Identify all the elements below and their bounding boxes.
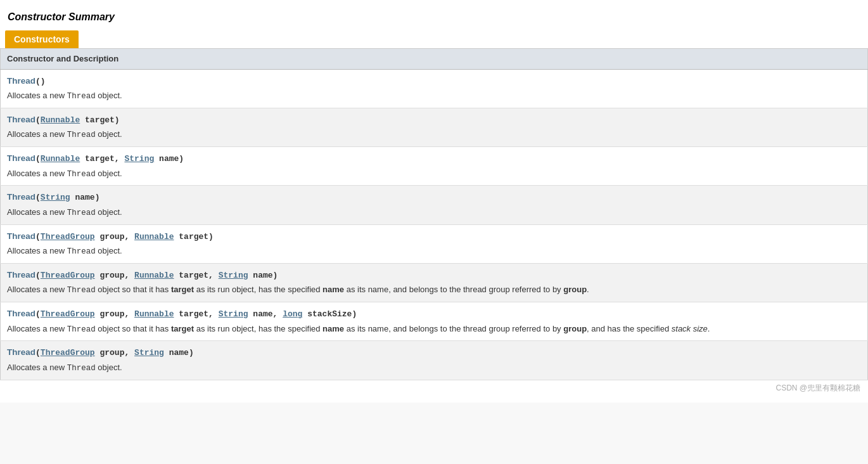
- param-type-link[interactable]: ThreadGroup: [41, 271, 95, 280]
- constructor-signature: Thread(ThreadGroup group, Runnable targe…: [7, 307, 861, 321]
- section-title: Constructor Summary: [0, 6, 868, 30]
- param-type-link[interactable]: Runnable: [41, 115, 80, 125]
- watermark: CSDN @兜里有颗棉花糖: [0, 380, 868, 396]
- table-header-cell: Constructor and Description: [1, 49, 868, 70]
- constructor-name-link[interactable]: Thread: [7, 76, 35, 86]
- param-name: name: [154, 154, 179, 164]
- param-name: group: [95, 271, 125, 280]
- constructor-name-link[interactable]: Thread: [7, 231, 35, 241]
- constructor-signature: Thread(): [7, 75, 861, 88]
- constructor-cell: Thread(ThreadGroup group, String name)Al…: [1, 341, 868, 380]
- param-name: group: [95, 309, 125, 319]
- table-row: Thread()Allocates a new Thread object.: [1, 69, 868, 108]
- param-type-link[interactable]: ThreadGroup: [41, 348, 95, 358]
- constructor-description: Allocates a new Thread object so that it…: [7, 323, 861, 336]
- table-row: Thread(String name)Allocates a new Threa…: [1, 186, 868, 224]
- table-row: Thread(ThreadGroup group, Runnable targe…: [1, 263, 868, 302]
- constructor-cell: Thread(ThreadGroup group, Runnable targe…: [1, 302, 868, 341]
- param-name: target: [174, 309, 209, 319]
- page-wrapper: Constructor Summary Constructors Constru…: [0, 0, 868, 403]
- param-name: name: [164, 348, 189, 358]
- constructor-summary-table: Constructor and Description Thread()Allo…: [0, 48, 868, 380]
- constructor-description: Allocates a new Thread object.: [7, 245, 861, 258]
- param-name: name: [70, 193, 95, 202]
- constructor-name-link[interactable]: Thread: [7, 115, 35, 124]
- constructor-description: Allocates a new Thread object.: [7, 167, 861, 181]
- param-type-link[interactable]: ThreadGroup: [41, 232, 95, 242]
- constructor-name-link[interactable]: Thread: [7, 153, 35, 163]
- param-type-link[interactable]: Runnable: [134, 271, 174, 280]
- constructor-signature: Thread(String name): [7, 191, 861, 204]
- tab-row: Constructors: [0, 30, 868, 48]
- constructor-signature: Thread(ThreadGroup group, Runnable targe…: [7, 269, 861, 282]
- constructor-cell: Thread(String name)Allocates a new Threa…: [1, 186, 868, 224]
- param-name: target: [80, 115, 115, 125]
- constructor-name-link[interactable]: Thread: [7, 347, 35, 357]
- table-header-row: Constructor and Description: [1, 49, 868, 70]
- constructor-description: Allocates a new Thread object so that it…: [7, 283, 861, 297]
- constructors-tab[interactable]: Constructors: [5, 30, 79, 48]
- constructor-tbody: Thread()Allocates a new Thread object.Th…: [1, 69, 868, 380]
- param-type-link[interactable]: ThreadGroup: [41, 309, 95, 319]
- param-type-link[interactable]: String: [219, 309, 248, 319]
- constructor-name-link[interactable]: Thread: [7, 309, 35, 318]
- constructor-description: Allocates a new Thread object.: [7, 361, 861, 375]
- constructor-cell: Thread(ThreadGroup group, Runnable targe…: [1, 224, 868, 263]
- constructor-description: Allocates a new Thread object.: [7, 206, 861, 219]
- param-type-link[interactable]: Runnable: [41, 154, 80, 164]
- constructor-signature: Thread(ThreadGroup group, String name): [7, 346, 861, 359]
- param-type-link[interactable]: String: [219, 271, 248, 280]
- table-row: Thread(Runnable target)Allocates a new T…: [1, 108, 868, 146]
- constructor-name-link[interactable]: Thread: [7, 270, 35, 280]
- constructor-cell: Thread(Runnable target)Allocates a new T…: [1, 108, 868, 146]
- constructor-description: Allocates a new Thread object.: [7, 128, 861, 141]
- table-row: Thread(ThreadGroup group, String name)Al…: [1, 341, 868, 380]
- constructor-signature: Thread(Runnable target, String name): [7, 152, 861, 165]
- param-type-link[interactable]: Runnable: [134, 232, 174, 242]
- param-type-link[interactable]: String: [41, 193, 70, 202]
- table-row: Thread(Runnable target, String name)Allo…: [1, 147, 868, 186]
- param-type-link[interactable]: String: [134, 348, 164, 358]
- constructor-signature: Thread(Runnable target): [7, 113, 861, 127]
- param-type-link[interactable]: String: [124, 154, 154, 164]
- param-type-link[interactable]: long: [283, 309, 302, 319]
- constructor-name-link[interactable]: Thread: [7, 192, 35, 202]
- param-name: name: [248, 271, 273, 280]
- constructor-cell: Thread(ThreadGroup group, Runnable targe…: [1, 263, 868, 302]
- constructor-signature: Thread(ThreadGroup group, Runnable targe…: [7, 230, 861, 243]
- param-name: target: [174, 232, 209, 242]
- constructor-description: Allocates a new Thread object.: [7, 89, 861, 103]
- param-name: group: [95, 348, 125, 358]
- param-name: group: [95, 232, 125, 242]
- param-name: name: [248, 309, 273, 319]
- constructor-cell: Thread(Runnable target, String name)Allo…: [1, 147, 868, 186]
- table-row: Thread(ThreadGroup group, Runnable targe…: [1, 302, 868, 341]
- param-type-link[interactable]: Runnable: [134, 309, 174, 319]
- param-name: target: [174, 271, 209, 280]
- table-row: Thread(ThreadGroup group, Runnable targe…: [1, 224, 868, 263]
- param-name: stackSize: [302, 309, 352, 319]
- constructor-cell: Thread()Allocates a new Thread object.: [1, 69, 868, 108]
- param-name: target: [80, 154, 115, 164]
